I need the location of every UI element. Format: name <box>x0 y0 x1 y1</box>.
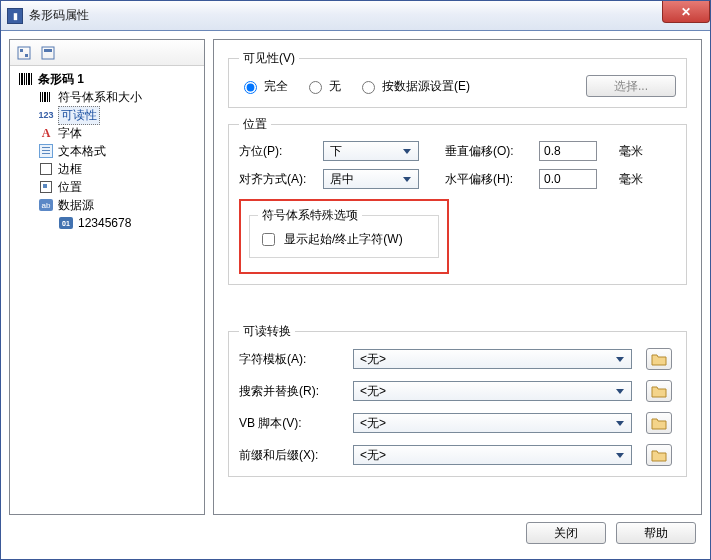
search-value: <无> <box>360 383 386 400</box>
vb-value: <无> <box>360 415 386 432</box>
chevron-down-icon <box>400 142 414 160</box>
tree-item-label: 边框 <box>58 161 82 178</box>
close-window-button[interactable]: ✕ <box>662 1 710 23</box>
radio-datasource[interactable]: 按数据源设置(E) <box>357 78 470 95</box>
tree-item-readability[interactable]: 123 可读性 <box>12 106 202 124</box>
show-startstop-checkbox[interactable]: 显示起始/终止字符(W) <box>258 230 403 249</box>
orientation-value: 下 <box>330 143 342 160</box>
folder-icon <box>651 352 667 366</box>
datasource-icon: ab <box>38 197 54 213</box>
visibility-legend: 可见性(V) <box>239 50 299 67</box>
show-startstop-label: 显示起始/终止字符(W) <box>284 231 403 248</box>
vb-browse-button[interactable] <box>646 412 672 434</box>
svg-rect-9 <box>28 73 30 85</box>
tree-item-font[interactable]: A 字体 <box>12 124 202 142</box>
chevron-down-icon <box>613 382 627 400</box>
svg-rect-15 <box>49 92 50 102</box>
chevron-down-icon <box>400 170 414 188</box>
number-icon: 123 <box>38 107 54 123</box>
svg-rect-3 <box>42 47 54 59</box>
svg-rect-13 <box>44 92 46 102</box>
svg-rect-2 <box>25 54 28 57</box>
orientation-select[interactable]: 下 <box>323 141 419 161</box>
position-legend: 位置 <box>239 116 271 133</box>
tree-item-label: 位置 <box>58 179 82 196</box>
align-select[interactable]: 居中 <box>323 169 419 189</box>
dialog-buttons: 关闭 帮助 <box>9 515 702 551</box>
radio-datasource-input[interactable] <box>362 81 375 94</box>
show-startstop-input[interactable] <box>262 233 275 246</box>
svg-rect-12 <box>42 92 43 102</box>
template-label: 字符模板(A): <box>239 351 339 368</box>
position-group: 位置 方位(P): 下 垂直偏移(O): 毫米 对齐方式(A): 居中 <box>228 116 687 285</box>
toolbar-btn-2[interactable] <box>38 43 58 63</box>
svg-rect-6 <box>21 73 23 85</box>
radio-full-input[interactable] <box>244 81 257 94</box>
tree-item-textformat[interactable]: 文本格式 <box>12 142 202 160</box>
svg-rect-5 <box>19 73 20 85</box>
help-button[interactable]: 帮助 <box>616 522 696 544</box>
tree-item-data-value[interactable]: 01 12345678 <box>12 214 202 232</box>
template-value: <无> <box>360 351 386 368</box>
folder-icon <box>651 448 667 462</box>
transform-legend: 可读转换 <box>239 323 295 340</box>
app-icon: ▮ <box>7 8 23 24</box>
svg-rect-0 <box>18 47 30 59</box>
toolbar-btn-1[interactable] <box>14 43 34 63</box>
svg-rect-4 <box>44 49 52 52</box>
radio-full[interactable]: 完全 <box>239 78 288 95</box>
hoffset-unit: 毫米 <box>619 171 659 188</box>
affix-value: <无> <box>360 447 386 464</box>
tree-item-position[interactable]: 位置 <box>12 178 202 196</box>
orientation-label: 方位(P): <box>239 143 311 160</box>
font-icon: A <box>38 125 54 141</box>
visibility-group: 可见性(V) 完全 无 按数据源设置(E) 选择... <box>228 50 687 108</box>
visibility-radios: 完全 无 按数据源设置(E) <box>239 78 470 95</box>
tree-item-symbology[interactable]: 符号体系和大小 <box>12 88 202 106</box>
align-value: 居中 <box>330 171 354 188</box>
position-icon <box>38 179 54 195</box>
search-label: 搜索并替换(R): <box>239 383 339 400</box>
vb-select[interactable]: <无> <box>353 413 632 433</box>
tree-item-label: 数据源 <box>58 197 94 214</box>
dialog-window: ▮ 条形码属性 ✕ <box>0 0 711 560</box>
tree-root[interactable]: 条形码 1 <box>12 70 202 88</box>
vb-label: VB 脚本(V): <box>239 415 339 432</box>
titlebar: ▮ 条形码属性 ✕ <box>1 1 710 31</box>
radio-none-input[interactable] <box>309 81 322 94</box>
tree-item-label: 12345678 <box>78 216 131 230</box>
search-browse-button[interactable] <box>646 380 672 402</box>
template-browse-button[interactable] <box>646 348 672 370</box>
hoffset-input[interactable] <box>539 169 597 189</box>
data-value-icon: 01 <box>58 215 74 231</box>
affix-select[interactable]: <无> <box>353 445 632 465</box>
search-select[interactable]: <无> <box>353 381 632 401</box>
tree-item-label: 可读性 <box>58 106 100 125</box>
template-select[interactable]: <无> <box>353 349 632 369</box>
textformat-icon <box>38 143 54 159</box>
voffset-unit: 毫米 <box>619 143 659 160</box>
svg-rect-7 <box>24 73 25 85</box>
layout-icon <box>17 46 31 60</box>
client-area: 条形码 1 符号体系和大小 123 可读性 A 字体 <box>1 31 710 559</box>
folder-icon <box>651 384 667 398</box>
radio-none[interactable]: 无 <box>304 78 341 95</box>
svg-rect-11 <box>40 92 41 102</box>
voffset-label: 垂直偏移(O): <box>445 143 527 160</box>
voffset-input[interactable] <box>539 141 597 161</box>
affix-browse-button[interactable] <box>646 444 672 466</box>
chevron-down-icon <box>613 446 627 464</box>
svg-rect-10 <box>31 73 32 85</box>
folder-icon <box>651 416 667 430</box>
main-split: 条形码 1 符号体系和大小 123 可读性 A 字体 <box>9 39 702 515</box>
select-button[interactable]: 选择... <box>586 75 676 97</box>
svg-rect-1 <box>20 49 23 52</box>
align-label: 对齐方式(A): <box>239 171 311 188</box>
symbol-special-legend: 符号体系特殊选项 <box>258 207 362 224</box>
chevron-down-icon <box>613 414 627 432</box>
close-button[interactable]: 关闭 <box>526 522 606 544</box>
tree-item-border[interactable]: 边框 <box>12 160 202 178</box>
tree-item-datasource[interactable]: ab 数据源 <box>12 196 202 214</box>
svg-rect-8 <box>26 73 27 85</box>
barcode-icon <box>18 71 34 87</box>
